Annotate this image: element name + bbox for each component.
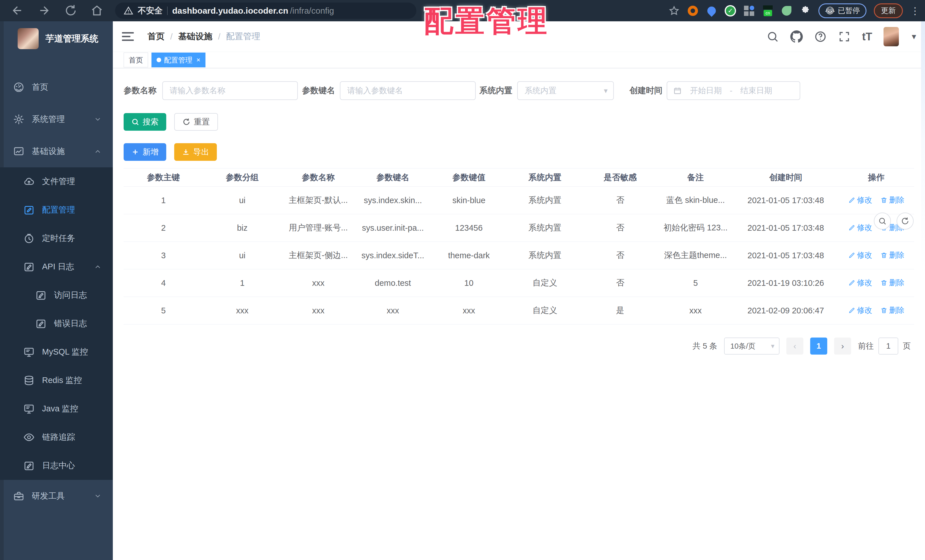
filter-name-input[interactable] xyxy=(162,81,298,100)
trash-icon xyxy=(880,197,887,204)
caret-down-icon[interactable]: ▼ xyxy=(910,32,917,41)
font-size-icon[interactable]: tT xyxy=(862,31,872,43)
search-button[interactable]: 搜索 xyxy=(124,113,166,131)
table-cell-id: 3 xyxy=(124,242,203,269)
reset-button[interactable]: 重置 xyxy=(174,113,218,131)
tab-home[interactable]: 首页 xyxy=(124,53,148,67)
profile-paused-badge[interactable]: 😂 已暂停 xyxy=(818,3,866,18)
github-icon[interactable] xyxy=(790,30,803,43)
prev-page-button[interactable]: ‹ xyxy=(786,337,803,355)
table-cell-name: xxx xyxy=(281,297,355,324)
extension-puzzle-icon[interactable] xyxy=(800,5,811,17)
screen: 不安全 dashboard.yudao.iocoder.cn /infra/co… xyxy=(0,0,925,560)
edit-link[interactable]: 修改 xyxy=(848,278,872,288)
browser-reload-icon[interactable] xyxy=(64,4,77,17)
pencil-icon xyxy=(848,307,856,314)
browser-back-icon[interactable] xyxy=(11,4,24,17)
export-button[interactable]: 导出 xyxy=(174,143,217,161)
page-number-active[interactable]: 1 xyxy=(810,337,827,355)
sidebar-item-链路追踪[interactable]: 链路追踪 xyxy=(0,423,113,452)
sidebar-logo-row[interactable]: 芋道管理系统 xyxy=(0,21,113,52)
extension-pin-icon[interactable] xyxy=(706,5,717,17)
column-header: 参数键名 xyxy=(355,169,431,187)
tab-config-active[interactable]: 配置管理 × xyxy=(151,53,205,67)
navbar-actions: tT ▼ xyxy=(767,21,917,52)
browser-update-button[interactable]: 更新 xyxy=(874,3,903,18)
extension-leaf-icon[interactable] xyxy=(781,5,792,17)
edit-link[interactable]: 修改 xyxy=(848,223,872,233)
edit-link[interactable]: 修改 xyxy=(848,250,872,260)
table-cell-actions: 修改删除 xyxy=(838,269,914,297)
filter-daterange-picker[interactable]: 开始日期 - 结束日期 xyxy=(667,81,800,100)
user-avatar[interactable] xyxy=(883,27,899,46)
extension-green-check-icon[interactable]: ✓ xyxy=(725,5,736,17)
sidebar-item-基础设施[interactable]: 基础设施 xyxy=(0,135,113,167)
breadcrumb-home[interactable]: 首页 xyxy=(148,31,164,42)
extension-grid-icon[interactable] xyxy=(743,5,755,17)
filter-key-input[interactable] xyxy=(340,81,476,100)
security-label: 不安全 xyxy=(138,5,163,17)
scrollbar-track[interactable] xyxy=(921,21,925,560)
search-icon[interactable] xyxy=(767,30,779,43)
filter-actions: 搜索 重置 xyxy=(124,113,914,131)
refresh-table-button[interactable] xyxy=(896,212,914,230)
browser-forward-icon[interactable] xyxy=(38,4,51,17)
goto-label: 前往 xyxy=(858,341,874,351)
table-tools xyxy=(874,212,914,230)
close-icon[interactable]: × xyxy=(196,56,200,64)
help-icon[interactable] xyxy=(814,30,827,43)
table-cell-type: 自定义 xyxy=(507,297,583,324)
delete-link[interactable]: 删除 xyxy=(880,250,904,260)
goto-page-input[interactable] xyxy=(878,337,898,355)
fullscreen-icon[interactable] xyxy=(838,30,851,43)
address-bar[interactable]: 不安全 dashboard.yudao.iocoder.cn /infra/co… xyxy=(115,3,416,19)
delete-link[interactable]: 删除 xyxy=(880,195,904,205)
sidebar-item-首页[interactable]: 首页 xyxy=(0,71,113,103)
sidebar-item-系统管理[interactable]: 系统管理 xyxy=(0,103,113,135)
table-cell-key: xxx xyxy=(355,297,431,324)
table-cell-key: sys.index.sideT... xyxy=(355,242,431,269)
extension-orange-icon[interactable] xyxy=(687,5,699,17)
refresh-icon xyxy=(182,118,190,126)
add-button[interactable]: 新增 xyxy=(124,143,166,161)
sidebar-item-配置管理[interactable]: 配置管理 xyxy=(0,196,113,224)
delete-link[interactable]: 删除 xyxy=(880,278,904,288)
sidebar-item-错误日志[interactable]: 错误日志 xyxy=(0,309,113,338)
sidebar-item-日志中心[interactable]: 日志中心 xyxy=(0,452,113,480)
filter-type-label: 系统内置 xyxy=(479,85,512,96)
pencil-icon xyxy=(848,224,856,231)
extension-cn-badge-icon[interactable]: cn xyxy=(762,5,774,17)
app-logo-avatar xyxy=(18,28,39,49)
filter-type-select[interactable]: 系统内置 ▾ xyxy=(517,81,614,100)
next-page-button[interactable]: › xyxy=(834,337,851,355)
table-cell-value: 123456 xyxy=(431,214,507,242)
date-end-placeholder: 结束日期 xyxy=(740,85,772,96)
breadcrumb-infra[interactable]: 基础设施 xyxy=(178,31,212,42)
table-cell-remark: 初始化密码 123... xyxy=(658,214,733,242)
column-header: 创建时间 xyxy=(733,169,838,187)
sidebar: 芋道管理系统 首页系统管理基础设施文件管理配置管理定时任务API 日志访问日志错… xyxy=(0,21,113,560)
column-header: 参数主键 xyxy=(124,169,203,187)
chevron-up-icon xyxy=(94,263,101,271)
hamburger-icon[interactable] xyxy=(122,32,134,42)
url-host: dashboard.yudao.iocoder.cn xyxy=(172,6,288,16)
sidebar-item-文件管理[interactable]: 文件管理 xyxy=(0,167,113,196)
table-cell-created: 2021-01-05 17:03:48 xyxy=(733,214,838,242)
toggle-search-button[interactable] xyxy=(874,212,891,230)
sidebar-item-访问日志[interactable]: 访问日志 xyxy=(0,281,113,309)
sidebar-item-API 日志[interactable]: API 日志 xyxy=(0,253,113,281)
browser-menu-icon[interactable]: ⋮ xyxy=(910,5,920,17)
table-cell-remark: xxx xyxy=(658,297,733,324)
page-size-select[interactable]: 10条/页 ▾ xyxy=(724,337,779,355)
edit-link[interactable]: 修改 xyxy=(848,195,872,205)
sidebar-item-研发工具[interactable]: 研发工具 xyxy=(0,480,113,512)
delete-link[interactable]: 删除 xyxy=(880,305,904,315)
sidebar-item-Java 监控[interactable]: Java 监控 xyxy=(0,394,113,423)
bookmark-star-icon[interactable] xyxy=(668,5,680,17)
browser-home-icon[interactable] xyxy=(90,4,104,17)
sidebar-item-Redis 监控[interactable]: Redis 监控 xyxy=(0,366,113,394)
sidebar-item-MySQL 监控[interactable]: MySQL 监控 xyxy=(0,338,113,366)
edit-link[interactable]: 修改 xyxy=(848,305,872,315)
briefcase-icon xyxy=(13,491,24,502)
sidebar-item-定时任务[interactable]: 定时任务 xyxy=(0,224,113,253)
